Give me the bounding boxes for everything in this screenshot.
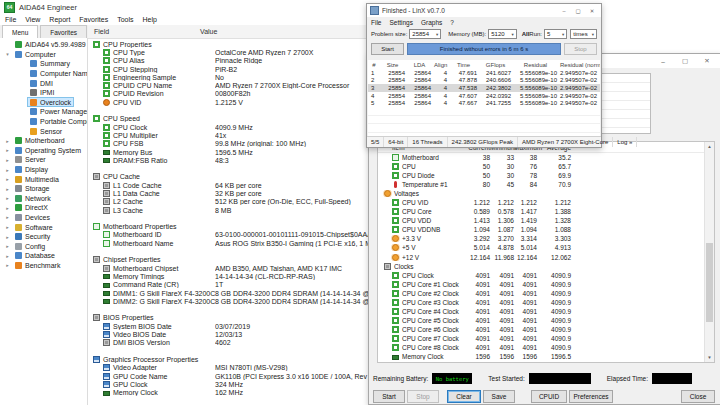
storage-icon (15, 185, 22, 192)
test-started-lcd (529, 373, 591, 384)
security-icon (15, 233, 22, 240)
statistics-scrollbar[interactable]: ▲ ▼ (704, 142, 714, 362)
field-column-header[interactable]: Field (88, 28, 109, 35)
stat-row-12-v[interactable]: +12 V12.16411.96812.16412.062 (378, 253, 714, 262)
gsq-icon (392, 326, 399, 333)
stat-row-3-3-v[interactable]: +3.3 V3.2923.2703.3143.303 (378, 234, 714, 243)
expander-icon[interactable]: ▸ (3, 205, 12, 211)
scrollbar-thumb[interactable] (706, 243, 713, 322)
computer-icon (15, 51, 22, 58)
expander-icon[interactable]: ▸ (3, 176, 12, 182)
clear-button[interactable]: Clear (447, 390, 481, 403)
table-row[interactable]: 12585425864447.691241.60275.556089e-102.… (368, 69, 600, 77)
expander-icon[interactable]: ▸ (3, 234, 12, 240)
linx-titlebar[interactable]: Finished - LinX v0.7.0 – ▢ ✕ (367, 4, 601, 17)
gsq-icon (103, 74, 110, 81)
table-row[interactable]: 52585425864447.667241.72555.556089e-102.… (368, 99, 600, 107)
memory-select[interactable]: 5120▾ (488, 29, 516, 39)
expander-icon[interactable]: ▸ (3, 147, 12, 153)
stat-row-5-v[interactable]: +5 V5.0144.8785.0144.913 (378, 243, 714, 252)
monitor-icon (103, 381, 110, 388)
stat-row-cpu-core-7-clock[interactable]: CPU Core #7 Clock4091409140914090.9 (378, 334, 714, 343)
stat-row-motherboard[interactable]: Motherboard38333835.2 (378, 153, 714, 162)
run-units-select[interactable]: times▾ (570, 29, 597, 39)
expander-icon[interactable]: ▸ (3, 243, 12, 249)
expander-icon[interactable]: ▸ (3, 195, 12, 201)
stat-row-cpu-diode[interactable]: CPU Diode50307869.9 (378, 171, 714, 180)
close-button[interactable]: Close (681, 390, 715, 403)
stat-row-voltages[interactable]: Voltages (378, 189, 714, 198)
stat-row-cpu-core-4-clock[interactable]: CPU Core #4 Clock4091409140914090.9 (378, 307, 714, 316)
linx-title: Finished - LinX v0.7.0 (382, 7, 556, 14)
maximize-icon[interactable]: ▢ (677, 56, 693, 67)
scroll-up-icon[interactable]: ▲ (705, 142, 714, 151)
linx-minimize-icon[interactable]: – (558, 5, 570, 16)
expander-icon[interactable]: ▸ (3, 214, 12, 220)
stat-row-cpu-core-3-clock[interactable]: CPU Core #3 Clock4091409140914090.9 (378, 298, 714, 307)
tree-item-ipmi[interactable]: IPMI (0, 88, 87, 98)
preferences-button[interactable]: Preferences (569, 390, 613, 403)
menu-view[interactable]: View (25, 16, 40, 23)
portable-computer-icon (30, 118, 37, 125)
stat-row-cpu-vdd[interactable]: CPU VDD1.4131.3061.4191.328 (378, 216, 714, 225)
chevron-down-icon: ▾ (511, 32, 513, 37)
stat-row-cpu-core-1-clock[interactable]: CPU Core #1 Clock4091409140914090.9 (378, 280, 714, 289)
stat-row-clocks[interactable]: Clocks (378, 262, 714, 271)
stat-row-temperature-1[interactable]: Temperature #180458470.9 (378, 180, 714, 189)
gsq-icon (103, 140, 110, 147)
save-button[interactable]: Save (483, 390, 515, 403)
table-row[interactable]: 42585425864447.607242.03925.556089e-102.… (368, 92, 600, 100)
expander-icon[interactable]: ▸ (3, 138, 12, 144)
stat-row-cpu-vddnb[interactable]: CPU VDDNB1.0941.0871.0941.088 (378, 225, 714, 234)
linx-close-icon[interactable]: ✕ (586, 5, 598, 16)
linx-menu-graphs[interactable]: Graphs (421, 19, 442, 26)
expander-icon[interactable]: ▸ (3, 262, 12, 268)
menu-report[interactable]: Report (49, 16, 70, 23)
linx-menu-settings[interactable]: Settings (389, 19, 413, 26)
menu-file[interactable]: File (5, 16, 16, 23)
stat-row-cpu[interactable]: CPU50307665.7 (378, 162, 714, 171)
chip-icon (103, 207, 110, 214)
stat-row-cpu-core-2-clock[interactable]: CPU Core #2 Clock4091409140914090.9 (378, 289, 714, 298)
expander-icon[interactable]: ▸ (3, 157, 12, 163)
display-icon (15, 166, 22, 173)
stat-row-cpu-core-6-clock[interactable]: CPU Core #6 Clock4091409140914090.9 (378, 325, 714, 334)
expander-icon[interactable]: ▸ (3, 253, 12, 259)
monitor-icon (103, 331, 110, 338)
menu-tools[interactable]: Tools (117, 16, 133, 23)
gsq-icon (103, 82, 110, 89)
cpuid-button[interactable]: CPUID (531, 390, 567, 403)
expander-icon[interactable]: ▸ (3, 167, 12, 173)
stat-row-cpu-core[interactable]: CPU Core0.5890.5781.4171.388 (378, 207, 714, 216)
stat-row-memory-clock[interactable]: Memory Clock1596159615961596.5 (378, 352, 714, 361)
stat-row-cpu-vid[interactable]: CPU VID1.2121.2121.2121.212 (378, 198, 714, 207)
scroll-down-icon[interactable]: ▼ (705, 353, 714, 362)
linx-maximize-icon[interactable]: ▢ (572, 5, 584, 16)
run-count-select[interactable]: 5▾ (544, 29, 567, 39)
gsq-icon (103, 49, 110, 56)
thermo-icon (394, 181, 397, 188)
gsq-icon (392, 163, 399, 170)
expander-icon[interactable]: ▸ (3, 224, 12, 230)
close-icon[interactable]: ✕ (699, 56, 715, 67)
status-segment-log[interactable]: Log » (613, 137, 637, 147)
menu-favorites[interactable]: Favorites (79, 16, 108, 23)
tab-menu[interactable]: Menu (2, 25, 38, 38)
table-row[interactable]: 22585425864447.878240.66065.556089e-102.… (368, 77, 600, 85)
problem-size-select[interactable]: 25854▾ (409, 29, 441, 39)
tab-favorites[interactable]: Favorites (40, 25, 87, 38)
tree-item-benchmark[interactable]: ▸Benchmark (0, 261, 87, 271)
stat-row-cpu-core-5-clock[interactable]: CPU Core #5 Clock4091409140914090.9 (378, 316, 714, 325)
stat-row-cpu-core-8-clock[interactable]: CPU Core #8 Clock4091409140914090.9 (378, 343, 714, 352)
minimize-icon[interactable]: – (655, 56, 671, 67)
stat-row-cpu-clock[interactable]: CPU Clock4091409140914090.9 (378, 271, 714, 280)
start-button[interactable]: Start (373, 390, 405, 403)
linx-menu-[interactable]: ? (450, 19, 454, 26)
table-row[interactable]: 32585425864447.538242.38025.556089e-102.… (368, 84, 600, 92)
expander-icon[interactable]: ▸ (3, 186, 12, 192)
expander-icon[interactable]: ▾ (3, 51, 12, 57)
value-column-header[interactable]: Value (200, 28, 217, 35)
linx-start-button[interactable]: Start (371, 43, 404, 55)
linx-menu-file[interactable]: File (371, 19, 381, 26)
menu-help[interactable]: Help (142, 16, 156, 23)
